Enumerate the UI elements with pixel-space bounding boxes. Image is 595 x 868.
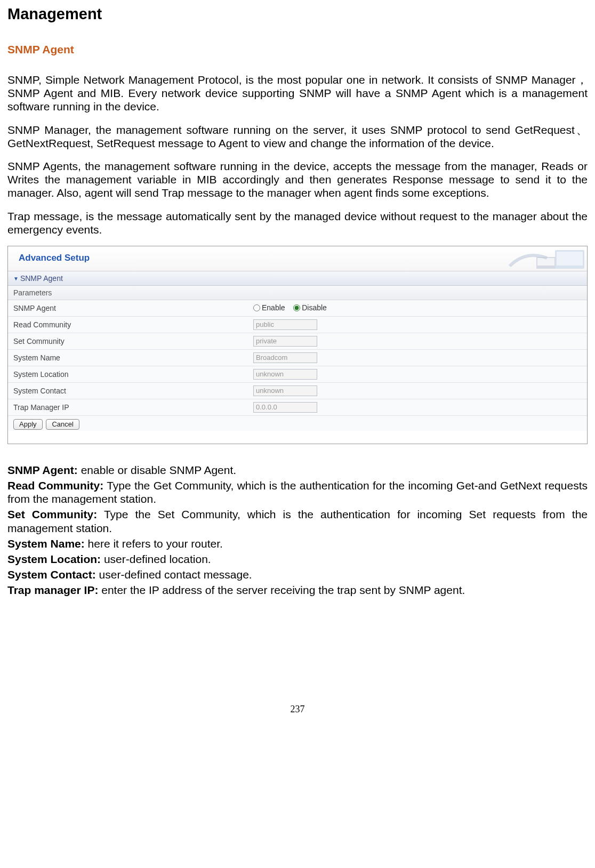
paragraph-2: SNMP Manager, the management software ru… [7,123,588,150]
def-text-system-location: user-defined location. [101,553,211,565]
advanced-setup-label: Advanced Setup [19,253,90,263]
def-label-system-contact: System Contact: [7,568,96,581]
svg-rect-1 [557,252,583,266]
paragraph-4: Trap message, is the message automatical… [7,210,588,236]
radio-enable[interactable]: Enable [253,303,285,312]
header-decoration-icon [504,246,587,271]
section-title-snmp-agent: SNMP Agent [7,43,588,56]
radio-disable-label: Disable [302,303,327,312]
apply-button[interactable]: Apply [13,419,43,430]
radio-disable-input[interactable] [293,304,300,311]
row-label-system-contact: System Contact [8,382,248,399]
input-set-community[interactable] [253,336,317,347]
page-title: Management [7,5,588,23]
def-text-system-name: here it refers to your router. [85,537,223,550]
row-label-system-name: System Name [8,349,248,366]
parameters-subheader: Parameters [8,286,587,300]
row-label-system-location: System Location [8,366,248,382]
input-trap-manager-ip[interactable] [253,402,317,413]
def-label-system-name: System Name: [7,537,85,550]
config-screenshot: Advanced Setup ▼SNMP Agent Parameters SN… [7,246,588,444]
input-read-community[interactable] [253,319,317,330]
input-system-contact[interactable] [253,385,317,396]
radio-disable[interactable]: Disable [293,303,327,312]
input-system-location[interactable] [253,369,317,380]
def-text-trap-manager-ip: enter the IP address of the server recei… [98,584,465,596]
row-label-read-community: Read Community [8,316,248,333]
input-system-name[interactable] [253,352,317,363]
row-label-set-community: Set Community [8,333,248,349]
def-text-snmp-agent: enable or disable SNMP Agent. [78,464,236,476]
paragraph-1: SNMP, Simple Network Management Protocol… [7,73,588,114]
chevron-down-icon: ▼ [13,276,19,282]
radio-enable-label: Enable [262,303,285,312]
def-label-trap-manager-ip: Trap manager IP: [7,584,98,596]
cancel-button[interactable]: Cancel [46,419,79,430]
advanced-setup-header: Advanced Setup [8,246,587,271]
paragraph-3: SNMP Agents, the management software run… [7,159,588,200]
row-label-trap-manager-ip: Trap Manager IP [8,399,248,415]
accordion-label: SNMP Agent [20,274,63,283]
def-label-snmp-agent: SNMP Agent: [7,464,78,476]
definitions-list: SNMP Agent: enable or disable SNMP Agent… [7,463,588,597]
page-number: 237 [7,704,588,715]
def-text-system-contact: user-defined contact message. [96,568,252,581]
def-label-system-location: System Location: [7,553,101,565]
accordion-snmp-agent[interactable]: ▼SNMP Agent [8,271,587,286]
radio-enable-input[interactable] [253,304,260,311]
def-label-read-community: Read Community: [7,479,103,492]
row-label-snmp-agent: SNMP Agent [8,300,248,317]
def-label-set-community: Set Community: [7,508,97,520]
